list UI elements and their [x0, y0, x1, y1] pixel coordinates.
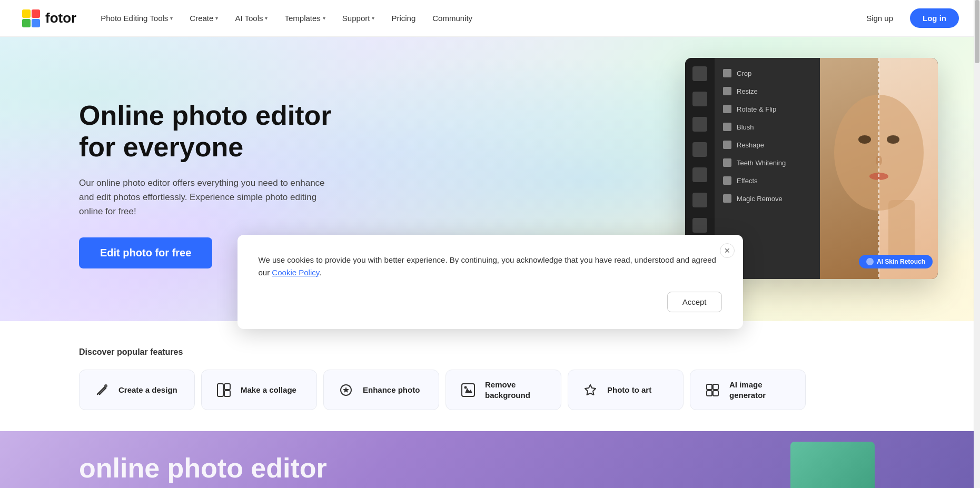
- feature-label-ai-image-generator: AI image generator: [729, 380, 793, 400]
- feature-card-remove-background[interactable]: Remove background: [446, 370, 561, 410]
- svg-rect-25: [713, 391, 718, 396]
- svg-point-14: [104, 384, 107, 387]
- nav-actions: Sign up Log in: [858, 8, 959, 28]
- editor-photo-area: AI Skin Retouch: [820, 58, 938, 279]
- panel-item-rotate[interactable]: Rotate & Flip: [715, 100, 820, 118]
- face-illustration: [820, 58, 938, 279]
- feature-label-create-design: Create a design: [118, 385, 177, 395]
- svg-rect-23: [713, 384, 718, 390]
- bottom-thumbnail: [790, 442, 875, 488]
- remove-background-icon: [459, 381, 478, 400]
- nav-item-photo-editing-tools[interactable]: Photo Editing Tools ▾: [93, 9, 180, 27]
- edit-photo-button[interactable]: Edit photo for free: [79, 237, 212, 268]
- blush-icon: [723, 123, 731, 131]
- panel-item-reshape[interactable]: Reshape: [715, 136, 820, 154]
- hero-title: Online photo editor for everyone: [79, 100, 374, 163]
- chevron-down-icon: ▾: [265, 15, 268, 21]
- svg-rect-16: [224, 384, 230, 390]
- svg-point-7: [887, 135, 899, 144]
- logo-text: fotor: [45, 10, 76, 26]
- magic-remove-icon: [723, 194, 731, 203]
- feature-label-remove-background: Remove background: [485, 380, 548, 400]
- crop-icon: [723, 69, 731, 77]
- svg-rect-24: [707, 391, 712, 396]
- features-section: Discover popular features Create a desig…: [0, 321, 980, 431]
- sidebar-icon-5: [692, 167, 707, 182]
- svg-point-6: [858, 135, 871, 144]
- bottom-text: online photo editor: [79, 452, 327, 484]
- svg-marker-21: [585, 385, 596, 395]
- cookie-banner: ✕ We use cookies to provide you with bet…: [237, 235, 743, 329]
- svg-rect-10: [888, 200, 915, 263]
- features-grid: Create a design Make a collage Enhance p…: [79, 370, 938, 410]
- login-button[interactable]: Log in: [910, 8, 959, 28]
- feature-label-photo-to-art: Photo to art: [607, 385, 651, 395]
- svg-rect-22: [707, 384, 712, 390]
- navbar: fotor Photo Editing Tools ▾ Create ▾ AI …: [0, 0, 980, 37]
- chevron-down-icon: ▾: [170, 15, 173, 21]
- photo-to-art-icon: [581, 381, 600, 400]
- svg-rect-15: [217, 384, 223, 396]
- cookie-policy-link[interactable]: Cookie Policy: [272, 268, 319, 277]
- chevron-down-icon: ▾: [323, 15, 325, 21]
- ai-badge-icon: [866, 258, 874, 265]
- nav-item-pricing[interactable]: Pricing: [384, 9, 423, 27]
- panel-item-effects[interactable]: Effects: [715, 172, 820, 190]
- bottom-section: online photo editor: [0, 431, 980, 488]
- cookie-actions: Accept: [259, 292, 722, 312]
- teeth-icon: [723, 158, 731, 167]
- create-design-icon: [92, 381, 111, 400]
- sidebar-icon-6: [692, 193, 707, 207]
- feature-label-make-collage: Make a collage: [241, 385, 296, 395]
- sidebar-icon-2: [692, 92, 707, 106]
- signup-button[interactable]: Sign up: [858, 9, 902, 27]
- panel-item-crop[interactable]: Crop: [715, 64, 820, 82]
- svg-rect-2: [32, 9, 40, 18]
- feature-card-enhance-photo[interactable]: Enhance photo: [323, 370, 439, 410]
- feature-card-photo-to-art[interactable]: Photo to art: [568, 370, 684, 410]
- panel-item-resize[interactable]: Resize: [715, 82, 820, 100]
- feature-card-ai-image-generator[interactable]: AI image generator: [690, 370, 806, 410]
- hero-subtitle: Our online photo editor offers everythin…: [79, 176, 332, 219]
- features-label: Discover popular features: [79, 347, 938, 357]
- nav-item-support[interactable]: Support ▾: [335, 9, 382, 27]
- svg-rect-4: [32, 19, 40, 27]
- rotate-icon: [723, 105, 731, 113]
- effects-icon: [723, 176, 731, 185]
- nav-item-templates[interactable]: Templates ▾: [277, 9, 332, 27]
- sidebar-icon-3: [692, 117, 707, 132]
- logo[interactable]: fotor: [21, 8, 76, 28]
- svg-point-20: [464, 386, 467, 389]
- make-collage-icon: [214, 381, 233, 400]
- scrollbar-track[interactable]: [974, 0, 980, 488]
- cookie-message: We use cookies to provide you with bette…: [259, 254, 722, 279]
- cookie-close-button[interactable]: ✕: [720, 243, 735, 258]
- nav-links: Photo Editing Tools ▾ Create ▾ AI Tools …: [93, 9, 858, 27]
- svg-rect-17: [224, 391, 230, 396]
- svg-rect-1: [22, 9, 31, 18]
- accept-button[interactable]: Accept: [667, 292, 722, 312]
- feature-card-create-design[interactable]: Create a design: [79, 370, 195, 410]
- feature-card-make-collage[interactable]: Make a collage: [201, 370, 317, 410]
- ai-image-generator-icon: [703, 381, 722, 400]
- ai-skin-retouch-badge: AI Skin Retouch: [859, 255, 933, 268]
- panel-item-blush[interactable]: Blush: [715, 118, 820, 136]
- logo-icon: [21, 8, 41, 28]
- scrollbar-thumb[interactable]: [975, 0, 979, 63]
- reshape-icon: [723, 141, 731, 149]
- sidebar-icon-1: [692, 66, 707, 81]
- chevron-down-icon: ▾: [372, 15, 374, 21]
- nav-item-create[interactable]: Create ▾: [182, 9, 225, 27]
- sidebar-icon-4: [692, 142, 707, 157]
- svg-rect-3: [22, 19, 31, 27]
- panel-item-teeth-whitening[interactable]: Teeth Whitening: [715, 154, 820, 172]
- nav-item-community[interactable]: Community: [425, 9, 480, 27]
- chevron-down-icon: ▾: [215, 15, 218, 21]
- resize-icon: [723, 87, 731, 95]
- enhance-photo-icon: [336, 381, 355, 400]
- sidebar-icon-7: [692, 218, 707, 233]
- panel-item-magic-remove[interactable]: Magic Remove: [715, 190, 820, 207]
- nav-item-ai-tools[interactable]: AI Tools ▾: [227, 9, 275, 27]
- feature-label-enhance-photo: Enhance photo: [363, 385, 420, 395]
